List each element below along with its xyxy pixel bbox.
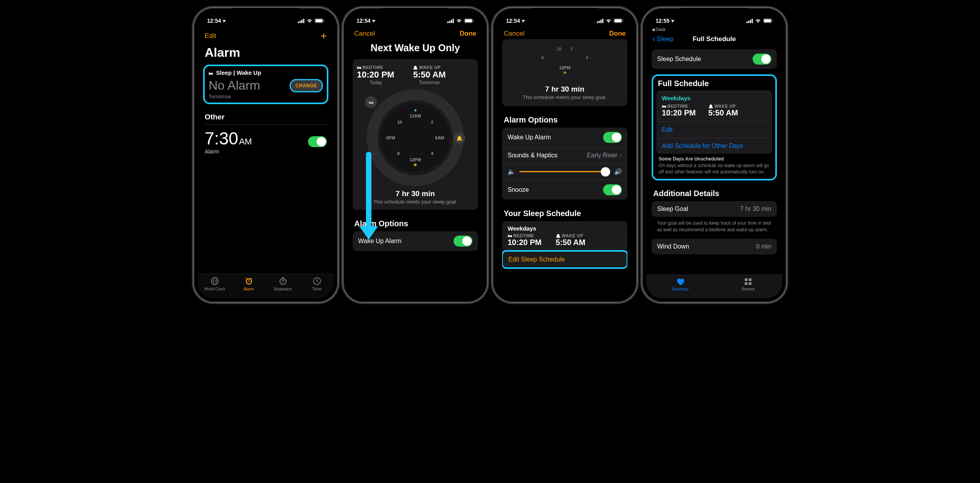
- svg-rect-38: [749, 278, 751, 281]
- wake-up-alarm-row[interactable]: Wake Up Alarm: [502, 128, 627, 147]
- svg-rect-18: [451, 20, 452, 23]
- edit-button[interactable]: Edit: [205, 32, 216, 40]
- weekdays-schedule-row: Weekdays BEDTIME 10:20 PM WAKE UP 5:50 A…: [656, 90, 772, 122]
- edit-schedule-button[interactable]: Edit: [656, 122, 772, 138]
- edit-sleep-schedule-button[interactable]: Edit Sleep Schedule: [502, 250, 627, 269]
- wake-up-alarm-toggle[interactable]: [454, 236, 472, 247]
- svg-rect-31: [748, 21, 749, 23]
- back-to-app[interactable]: ◀ Clock: [652, 27, 665, 32]
- battery-icon: [315, 18, 324, 23]
- svg-rect-39: [745, 282, 748, 285]
- add-alarm-button[interactable]: +: [321, 30, 327, 42]
- volume-slider[interactable]: [519, 171, 610, 172]
- wifi-icon: [456, 18, 462, 23]
- svg-rect-16: [447, 22, 449, 23]
- notch: [681, 8, 748, 19]
- wind-down-row[interactable]: Wind Down 0 min: [652, 239, 777, 254]
- sleep-schedule-row[interactable]: Sleep Schedule: [652, 49, 777, 69]
- cellular-icon: [298, 19, 304, 23]
- svg-rect-6: [324, 20, 324, 22]
- sleep-dial[interactable]: ✦ 12AM ☀ 12PM 6PM 6AM 10 2 8 4 🛏 🔔: [367, 89, 464, 186]
- alarm-options-header: Alarm Options: [502, 112, 627, 128]
- phone-4-full-schedule: 12:55➤ ◀ Clock ‹Sleep Full Schedule Slee…: [642, 8, 786, 302]
- svg-rect-36: [772, 20, 773, 22]
- sleep-dial-card: BEDTIME 10:20 PM Today WAKE UP 5:50 AM T…: [353, 59, 478, 210]
- cancel-button[interactable]: Cancel: [354, 30, 375, 38]
- full-schedule-header: Full Schedule: [656, 78, 772, 90]
- svg-rect-21: [465, 19, 472, 22]
- wakeup-knob[interactable]: 🔔: [454, 132, 465, 144]
- svg-rect-35: [764, 19, 771, 22]
- svg-rect-33: [752, 19, 753, 23]
- bed-icon: [357, 65, 363, 70]
- page-title: Alarm: [203, 44, 328, 65]
- svg-rect-25: [600, 20, 602, 23]
- svg-rect-2: [301, 20, 303, 23]
- tab-stopwatch[interactable]: Stopwatch: [266, 276, 300, 291]
- svg-rect-37: [745, 278, 748, 281]
- svg-rect-29: [623, 20, 623, 22]
- sleep-schedule-toggle[interactable]: [753, 54, 771, 65]
- location-icon: ➤: [670, 18, 676, 23]
- page-title: Full Schedule: [674, 35, 755, 43]
- svg-rect-30: [746, 22, 748, 23]
- svg-rect-0: [298, 22, 299, 23]
- phone-1-alarm: 12:54➤ Edit + Alarm Sleep | Wake Up No A…: [194, 8, 338, 302]
- notch: [531, 8, 598, 19]
- change-button[interactable]: CHANGE: [290, 79, 323, 92]
- page-title: Next Wake Up Only: [353, 39, 478, 59]
- tab-bar: Summary Browse: [646, 274, 782, 298]
- bedtime-knob[interactable]: 🛏: [365, 96, 377, 108]
- divider: [203, 124, 328, 125]
- bell-icon: [413, 65, 419, 70]
- snooze-toggle[interactable]: [603, 184, 622, 195]
- sleep-wake-card[interactable]: Sleep | Wake Up No Alarm CHANGE Tomorrow: [203, 65, 328, 104]
- done-button[interactable]: Done: [609, 30, 626, 38]
- tab-timer[interactable]: Timer: [300, 276, 334, 291]
- wifi-icon: [755, 18, 761, 23]
- tab-alarm[interactable]: Alarm: [232, 276, 266, 291]
- svg-rect-3: [303, 19, 304, 23]
- your-sleep-schedule-header: Your Sleep Schedule: [502, 205, 627, 221]
- location-icon: ➤: [371, 18, 377, 23]
- tab-world-clock[interactable]: World Clock: [198, 276, 232, 291]
- volume-slider-row[interactable]: 🔈 🔊: [502, 163, 627, 180]
- battery-icon: [464, 18, 474, 23]
- cellular-icon: [597, 19, 603, 23]
- svg-rect-32: [750, 20, 751, 23]
- back-button[interactable]: ‹Sleep: [652, 35, 674, 43]
- add-schedule-button[interactable]: Add Schedule for Other Days: [656, 138, 772, 154]
- done-button[interactable]: Done: [460, 30, 477, 38]
- battery-icon: [763, 18, 773, 23]
- svg-rect-5: [315, 19, 322, 22]
- svg-rect-1: [300, 21, 301, 23]
- sleep-goal-row[interactable]: Sleep Goal 7 hr 30 min: [652, 201, 777, 217]
- tab-browse[interactable]: Browse: [714, 277, 782, 291]
- no-alarm-text: No Alarm: [209, 78, 260, 93]
- alarm-toggle[interactable]: [308, 136, 327, 147]
- cancel-button[interactable]: Cancel: [504, 30, 524, 38]
- bell-icon: [708, 104, 715, 108]
- bed-icon: [209, 69, 214, 76]
- wakeup-value: 5:50 AM: [413, 70, 446, 80]
- other-header: Other: [203, 109, 328, 124]
- dial-summary-card: ☀ 12PM 8 4 10 2 7 hr 30 min This schedul…: [502, 39, 627, 106]
- svg-rect-40: [749, 282, 751, 285]
- wake-up-alarm-row[interactable]: Wake Up Alarm: [353, 231, 478, 251]
- phone-2-next-wake-up: 12:54➤ Cancel Done Next Wake Up Only BED…: [343, 8, 487, 302]
- alarm-time: 7:30: [205, 129, 238, 148]
- svg-rect-17: [449, 21, 450, 23]
- battery-icon: [614, 18, 623, 23]
- volume-high-icon: 🔊: [614, 168, 622, 175]
- bed-icon: [662, 104, 668, 108]
- tab-summary[interactable]: Summary: [646, 277, 714, 291]
- location-icon: ➤: [521, 18, 526, 23]
- notch: [382, 8, 449, 19]
- svg-rect-19: [453, 19, 454, 23]
- sounds-haptics-row[interactable]: Sounds & Haptics Early Riser›: [502, 147, 627, 163]
- sleep-dial-partial[interactable]: ☀ 12PM 8 4 10 2: [514, 40, 616, 83]
- sleep-goal-footnote: Your goal will be used to keep track of …: [652, 218, 777, 239]
- alarm-ampm: AM: [239, 137, 252, 147]
- snooze-row[interactable]: Snooze: [502, 180, 627, 200]
- wake-up-alarm-toggle[interactable]: [603, 132, 622, 143]
